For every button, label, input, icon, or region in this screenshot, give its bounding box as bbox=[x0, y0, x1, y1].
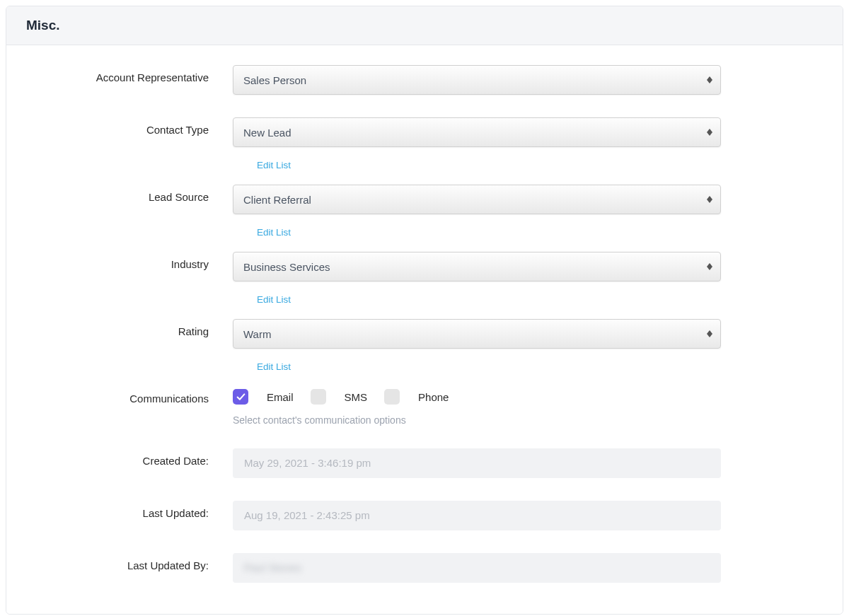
field-lead-source: Client Referral bbox=[233, 185, 721, 214]
edit-list-lead-source[interactable]: Edit List bbox=[257, 227, 291, 238]
label-rating: Rating bbox=[35, 319, 233, 337]
row-industry: Industry Business Services bbox=[35, 252, 800, 281]
select-wrap-contact-type: New Lead bbox=[233, 117, 721, 147]
communications-help-text: Select contact's communication options bbox=[233, 414, 721, 426]
label-communications: Communications bbox=[35, 386, 233, 405]
created-date-value: May 29, 2021 - 3:46:19 pm bbox=[233, 448, 721, 478]
field-created-date: May 29, 2021 - 3:46:19 pm bbox=[233, 448, 721, 478]
field-rating: Warm bbox=[233, 319, 721, 349]
label-industry: Industry bbox=[35, 252, 233, 270]
field-last-updated: Aug 19, 2021 - 2:43:25 pm bbox=[233, 501, 721, 530]
panel-header: Misc. bbox=[6, 6, 843, 45]
checkbox-label-sms: SMS bbox=[345, 391, 368, 403]
row-last-updated-by: Last Updated By: Paul Stones bbox=[35, 553, 800, 583]
label-created-date: Created Date: bbox=[35, 448, 233, 467]
communications-checkbox-group: Email SMS Phone bbox=[233, 386, 721, 405]
select-wrap-rating: Warm bbox=[233, 319, 721, 349]
row-lead-source: Lead Source Client Referral bbox=[35, 185, 800, 214]
contact-type-select[interactable]: New Lead bbox=[233, 117, 721, 147]
checkbox-label-phone: Phone bbox=[418, 391, 449, 403]
row-created-date: Created Date: May 29, 2021 - 3:46:19 pm bbox=[35, 448, 800, 478]
checkbox-label-email: Email bbox=[267, 391, 294, 403]
row-contact-type: Contact Type New Lead bbox=[35, 117, 800, 147]
account-rep-select[interactable]: Sales Person bbox=[233, 65, 721, 95]
panel-body: Account Representative Sales Person Cont… bbox=[6, 45, 843, 614]
industry-select[interactable]: Business Services bbox=[233, 252, 721, 281]
last-updated-by-outer: Paul Stones bbox=[233, 553, 721, 583]
checkbox-item-phone: Phone bbox=[384, 389, 449, 405]
field-industry: Business Services bbox=[233, 252, 721, 281]
checkbox-item-sms: SMS bbox=[311, 389, 368, 405]
checkbox-item-email: Email bbox=[233, 389, 294, 405]
label-last-updated-by: Last Updated By: bbox=[35, 553, 233, 571]
label-contact-type: Contact Type bbox=[35, 117, 233, 136]
panel-title: Misc. bbox=[26, 18, 823, 33]
label-lead-source: Lead Source bbox=[35, 185, 233, 203]
row-account-rep: Account Representative Sales Person bbox=[35, 65, 800, 95]
checkbox-sms[interactable] bbox=[311, 389, 326, 405]
misc-panel: Misc. Account Representative Sales Perso… bbox=[6, 6, 843, 615]
row-communications: Communications Email SMS P bbox=[35, 386, 800, 426]
last-updated-value: Aug 19, 2021 - 2:43:25 pm bbox=[233, 501, 721, 530]
checkbox-phone[interactable] bbox=[384, 389, 400, 405]
select-wrap-account-rep: Sales Person bbox=[233, 65, 721, 95]
field-last-updated-by: Paul Stones bbox=[233, 553, 721, 583]
edit-list-contact-type[interactable]: Edit List bbox=[257, 160, 291, 170]
checkbox-email[interactable] bbox=[233, 389, 248, 405]
label-last-updated: Last Updated: bbox=[35, 501, 233, 519]
field-contact-type: New Lead bbox=[233, 117, 721, 147]
field-communications: Email SMS Phone Select contact's communi… bbox=[233, 386, 721, 426]
field-account-rep: Sales Person bbox=[233, 65, 721, 95]
row-rating: Rating Warm bbox=[35, 319, 800, 349]
select-wrap-industry: Business Services bbox=[233, 252, 721, 281]
lead-source-select[interactable]: Client Referral bbox=[233, 185, 721, 214]
row-last-updated: Last Updated: Aug 19, 2021 - 2:43:25 pm bbox=[35, 501, 800, 530]
select-wrap-lead-source: Client Referral bbox=[233, 185, 721, 214]
last-updated-by-value: Paul Stones bbox=[244, 553, 301, 583]
edit-list-industry[interactable]: Edit List bbox=[257, 294, 291, 305]
label-account-rep: Account Representative bbox=[35, 65, 233, 83]
check-icon bbox=[236, 393, 246, 402]
rating-select[interactable]: Warm bbox=[233, 319, 721, 349]
edit-list-rating[interactable]: Edit List bbox=[257, 361, 291, 372]
